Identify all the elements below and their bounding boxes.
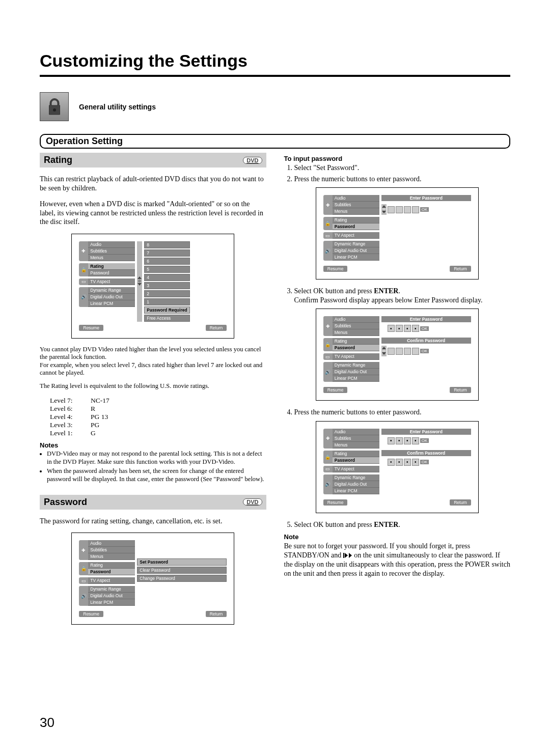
- rating-p1: This can restrict playback of adult-orie…: [40, 175, 266, 192]
- section-heading-box: Operation Setting: [40, 134, 510, 149]
- lead-label: General utility settings: [79, 103, 156, 111]
- lock-icon: [40, 92, 69, 121]
- page-title: Customizing the Settings: [40, 51, 510, 71]
- dvd-badge: DVD: [243, 157, 262, 164]
- osd-confirm-pw-blank: ✚ AudioSubtitlesMenus 🔒 RatingPassword ▭…: [316, 309, 479, 401]
- svg-marker-3: [349, 553, 352, 558]
- osd-confirm-pw-filled: ✚ AudioSubtitlesMenus 🔒 RatingPassword ▭…: [316, 421, 479, 513]
- password-p1: The password for rating setting, change,…: [40, 517, 266, 526]
- osd-rating: ✚ AudioSubtitlesMenus 🔒 RatingPassword ▭…: [71, 234, 234, 339]
- osd-password: ✚ AudioSubtitlesMenus 🔒 RatingPassword ▭…: [71, 533, 234, 625]
- dvd-badge-2: DVD: [243, 498, 262, 506]
- title-rule: [40, 75, 510, 77]
- osd-return: Return: [206, 325, 227, 331]
- rating-heading-bar: Rating DVD: [40, 153, 266, 167]
- note-body: Be sure not to forget your password. If …: [284, 542, 511, 578]
- step-1: Select "Set Password".: [294, 163, 511, 173]
- rating-heading: Rating: [44, 155, 72, 165]
- step-3: Select OK button and press ENTER. Confir…: [294, 287, 511, 304]
- step-4: Press the numeric buttons to enter passw…: [294, 408, 511, 417]
- rating-p2: However, even when a DVD disc is marked …: [40, 200, 266, 227]
- osd-resume: Resume: [79, 325, 103, 331]
- password-heading-bar: Password DVD: [40, 495, 266, 510]
- ratings-table: Level 7:NC-17 Level 6:R Level 4:PG 13 Le…: [50, 397, 266, 437]
- svg-marker-2: [345, 553, 348, 558]
- notes-list: DVD-Video may or may not respond to the …: [40, 450, 266, 484]
- rating-note1: You cannot play DVD Video rated higher t…: [40, 346, 266, 361]
- to-input-password-head: To input password: [284, 155, 511, 162]
- section-heading: Operation Setting: [46, 136, 123, 146]
- step-5: Select OK button and press ENTER.: [294, 520, 511, 529]
- svg-point-0: [53, 108, 56, 111]
- notes-heading: Notes: [40, 441, 266, 449]
- page-number: 30: [40, 715, 54, 731]
- osd-enter-pw-blank: ✚ AudioSubtitlesMenus 🔒 RatingPassword ▭…: [316, 187, 479, 279]
- rating-equiv: The Rating level is equivalent to the fo…: [40, 382, 266, 390]
- rating-note2: For example, when you select level 7, di…: [40, 361, 266, 377]
- password-heading: Password: [44, 497, 87, 508]
- note-heading: Note: [284, 533, 511, 541]
- svg-rect-1: [343, 553, 344, 558]
- skip-back-icon: [343, 551, 352, 561]
- step-2: Press the numeric buttons to enter passw…: [294, 175, 511, 184]
